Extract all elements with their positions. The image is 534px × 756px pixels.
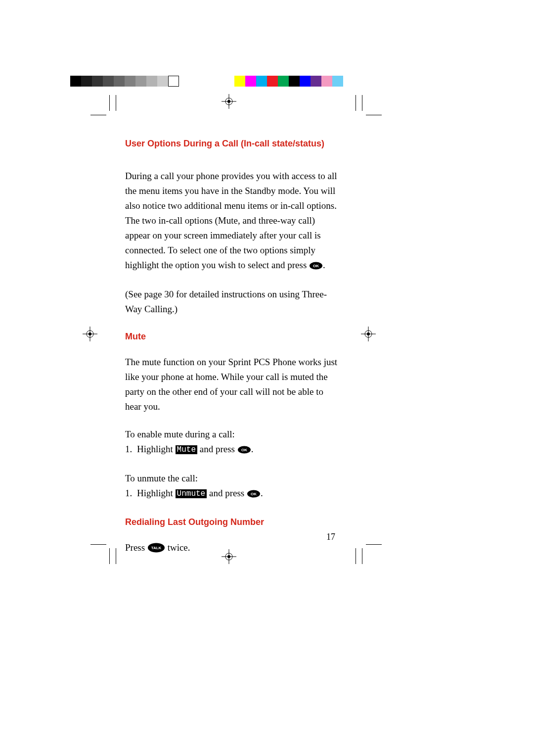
paragraph-mute-desc: The mute function on your Sprint PCS Pho… (125, 355, 340, 414)
svg-text:OK: OK (313, 264, 319, 268)
text-enable-mute: To enable mute during a call: (125, 427, 340, 442)
process-color-bar (234, 76, 343, 87)
ok-button-icon: OK (309, 259, 323, 274)
text: Highlight (137, 444, 176, 454)
text: and press (207, 488, 247, 498)
step-mute: 1.Highlight Mute and press OK. (125, 442, 340, 458)
crop-mark (362, 95, 362, 111)
crop-mark (356, 95, 356, 111)
crop-mark (90, 544, 106, 545)
svg-text:OK: OK (241, 448, 247, 452)
registration-mark-icon (361, 327, 376, 341)
crop-mark (109, 548, 110, 564)
paragraph-redial: Press TALK twice. (125, 540, 340, 557)
registration-mark-icon (222, 94, 236, 109)
step-unmute: 1.Highlight Unmute and press OK. (125, 486, 340, 502)
page-number: 17 (326, 532, 335, 542)
ok-button-icon: OK (237, 443, 251, 458)
crop-mark (90, 115, 106, 115)
grayscale-color-bar (70, 76, 179, 87)
step-number: 1. (125, 442, 137, 457)
registration-mark-icon (83, 327, 97, 341)
crop-mark (356, 548, 356, 564)
text-unmute: To unmute the call: (125, 471, 340, 486)
svg-text:OK: OK (251, 492, 257, 496)
heading-mute: Mute (125, 331, 340, 342)
page-content: User Options During a Call (In-call stat… (125, 139, 340, 570)
crop-mark (366, 115, 382, 115)
text: . (251, 444, 254, 454)
heading-user-options: User Options During a Call (In-call stat… (125, 139, 340, 149)
text: . (261, 488, 263, 498)
crop-mark (116, 548, 116, 564)
crop-mark (116, 95, 116, 111)
text: twice. (165, 542, 190, 553)
svg-text:TALK: TALK (151, 546, 162, 550)
crop-mark (366, 544, 382, 545)
text: During a call your phone provides you wi… (125, 171, 337, 270)
paragraph-intro: During a call your phone provides you wi… (125, 169, 340, 274)
screen-label-mute: Mute (176, 445, 197, 454)
text: Highlight (137, 488, 176, 498)
paragraph-seepage: (See page 30 for detailed instructions o… (125, 287, 340, 317)
text: and press (197, 444, 237, 454)
step-number: 1. (125, 486, 137, 501)
talk-button-icon: TALK (147, 542, 165, 557)
crop-mark (362, 548, 362, 564)
crop-mark (109, 95, 110, 111)
heading-redial: Redialing Last Outgoing Number (125, 517, 340, 527)
screen-label-unmute: Unmute (176, 489, 207, 498)
text: . (323, 260, 325, 270)
text: Press (125, 542, 147, 553)
ok-button-icon: OK (247, 487, 261, 502)
